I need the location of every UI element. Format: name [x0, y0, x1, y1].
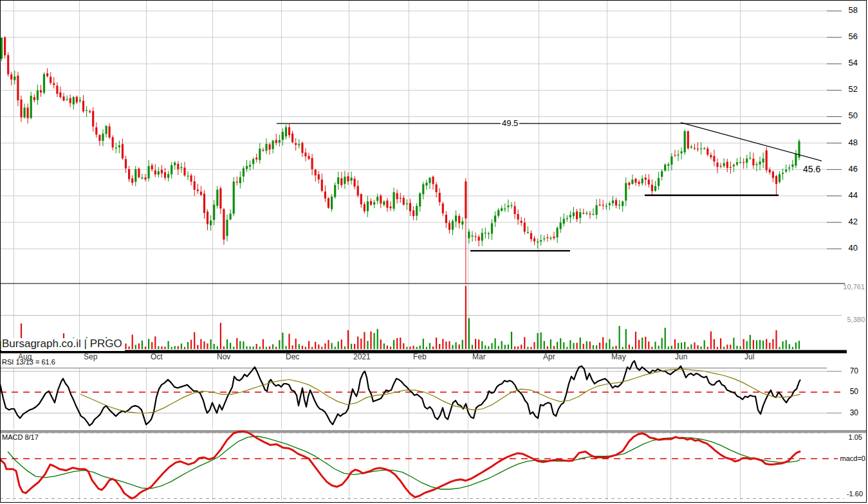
- month-label-nov: Nov: [217, 353, 230, 361]
- watermark: Bursagraph.co.il | PRGO: [1, 338, 125, 351]
- month-label-jun: Jun: [675, 353, 687, 361]
- rsi-tick-label: 50: [850, 388, 858, 396]
- volume-tick-label: 5,380: [847, 316, 865, 323]
- macd-tick-label: macd=0: [840, 455, 865, 462]
- month-label-sep: Sep: [84, 353, 97, 361]
- price-level-label: 45.6: [803, 165, 820, 174]
- price-tick-label: 40: [849, 244, 858, 253]
- month-label-jul: Jul: [744, 353, 754, 361]
- macd-indicator-label: MACD 8/17: [2, 433, 39, 441]
- price-tick-label: 50: [849, 111, 858, 120]
- month-label-2021: 2021: [353, 353, 371, 361]
- month-label-may: May: [611, 353, 626, 361]
- price-tick-label: 42: [849, 217, 858, 226]
- stock-chart: Bursagraph.co.il | PRGO RSI 13/13 = 61.6…: [0, 0, 868, 504]
- month-label-mar: Mar: [472, 353, 486, 361]
- macd-tick-label: -1.60: [847, 490, 863, 498]
- volume-tick-label: 10,761: [843, 283, 865, 291]
- rsi-tick-label: 30: [850, 409, 858, 417]
- price-tick-label: 48: [849, 138, 858, 147]
- rsi-tick-label: 70: [850, 367, 858, 375]
- price-tick-label: 58: [849, 6, 858, 15]
- macd-tick-label: 1.05: [849, 433, 862, 441]
- chart-canvas[interactable]: [0, 0, 868, 504]
- month-label-aug: Aug: [18, 353, 32, 361]
- month-label-oct: Oct: [151, 353, 163, 361]
- resistance-level-label: 49.5: [501, 119, 519, 128]
- price-tick-label: 54: [849, 59, 858, 68]
- month-label-apr: Apr: [543, 353, 555, 361]
- price-tick-label: 56: [849, 32, 858, 41]
- price-tick-label: 52: [849, 85, 858, 94]
- month-label-dec: Dec: [286, 353, 299, 361]
- price-tick-label: 44: [849, 191, 858, 200]
- month-label-feb: Feb: [413, 353, 427, 361]
- price-tick-label: 46: [849, 165, 858, 174]
